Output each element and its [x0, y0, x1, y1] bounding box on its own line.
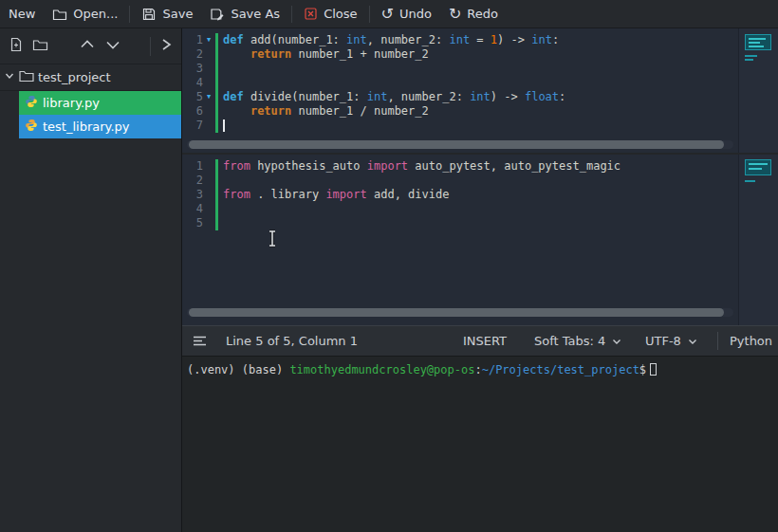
cursor-position[interactable]: Line 5 of 5, Column 1 — [226, 326, 358, 356]
chevron-right-icon[interactable] — [159, 37, 173, 56]
code-line[interactable]: 4 — [182, 76, 738, 90]
statusbar-separator — [717, 332, 718, 350]
code-line[interactable]: 1▼def add(number_1: int, number_2: int =… — [182, 33, 738, 47]
minimap-mark — [745, 180, 755, 182]
redo-icon: ↻ — [449, 7, 461, 22]
working-directory: ~/Projects/test_project — [482, 363, 639, 376]
save-button[interactable]: Save — [133, 0, 201, 28]
main-toolbar: New Open... Save Save As Close — [0, 0, 778, 28]
fold-column — [203, 216, 214, 230]
code-line[interactable]: 2 — [182, 174, 738, 188]
line-number: 4 — [182, 76, 203, 90]
fold-marker-icon[interactable]: ▼ — [203, 90, 214, 104]
code-line[interactable]: 6 return number_1 / number_2 — [182, 104, 738, 119]
new-button[interactable]: New — [0, 0, 44, 28]
code-text — [218, 119, 223, 133]
open-folder-icon — [52, 7, 67, 22]
minimap-bottom[interactable] — [738, 155, 778, 325]
code-text — [218, 202, 223, 216]
chevron-up-icon[interactable] — [79, 37, 96, 56]
fold-column — [203, 104, 214, 119]
fold-column — [203, 188, 214, 202]
undo-icon: ↺ — [381, 7, 394, 22]
undo-button[interactable]: ↺ Undo — [373, 0, 440, 28]
minimap-mark — [745, 55, 757, 57]
line-number: 1 — [182, 33, 203, 47]
save-as-button-label: Save As — [231, 7, 280, 21]
new-folder-icon[interactable] — [32, 37, 48, 56]
code-text — [218, 76, 223, 90]
new-file-icon[interactable] — [9, 37, 24, 56]
line-number: 3 — [182, 188, 203, 202]
save-as-button[interactable]: Save As — [201, 0, 288, 28]
terminal-prompt: (.venv) (base) timothyedmundcrosley@pop-… — [182, 357, 778, 376]
code-line[interactable]: 5▼def divide(number_1: int, number_2: in… — [182, 90, 738, 104]
close-button[interactable]: Close — [295, 0, 365, 28]
line-number: 1 — [182, 159, 203, 174]
line-number: 5 — [182, 216, 203, 230]
python-file-icon — [25, 95, 38, 111]
terminal-panel[interactable]: (.venv) (base) timothyedmundcrosley@pop-… — [182, 356, 778, 532]
text-caret — [223, 119, 225, 132]
line-number: 2 — [182, 174, 203, 188]
fold-column — [203, 119, 214, 133]
encoding-selector[interactable]: UTF-8 — [645, 326, 697, 356]
editor-pane-library[interactable]: 1▼def add(number_1: int, number_2: int =… — [182, 28, 778, 153]
fold-marker-icon[interactable]: ▼ — [203, 33, 214, 47]
language-selector[interactable]: Python — [730, 326, 772, 356]
expand-chevron-icon[interactable] — [4, 70, 15, 84]
save-icon — [141, 7, 157, 22]
redo-button-label: Redo — [467, 7, 498, 21]
code-line[interactable]: 3from . library import add, divide — [182, 188, 738, 202]
folder-icon — [19, 69, 34, 85]
code-line[interactable]: 5 — [182, 216, 738, 230]
code-line[interactable]: 2 return number_1 + number_2 — [182, 47, 738, 62]
line-number: 4 — [182, 202, 203, 216]
fold-column — [203, 62, 214, 76]
code-text — [218, 174, 223, 188]
lines-icon[interactable] — [193, 326, 207, 356]
code-text — [218, 62, 223, 76]
prompt-symbol: $ — [639, 363, 646, 376]
chevron-down-icon — [612, 334, 621, 348]
input-mode[interactable]: INSERT — [463, 326, 507, 356]
minimap-top[interactable] — [738, 28, 778, 153]
kate-editor-window: New Open... Save Save As Close — [0, 0, 778, 532]
close-document-icon — [304, 7, 318, 21]
undo-button-label: Undo — [399, 7, 432, 21]
file-label: test_library.py — [43, 119, 130, 134]
status-bar: Line 5 of 5, Column 1 INSERT Soft Tabs: … — [182, 325, 778, 356]
code-text — [218, 216, 223, 230]
fold-column — [203, 76, 214, 90]
user-host: timothyedmundcrosley@pop-os — [289, 363, 474, 376]
code-line[interactable]: 1from hypothesis_auto import auto_pytest… — [182, 159, 738, 174]
open-button[interactable]: Open... — [44, 0, 126, 28]
scrollbar-thumb[interactable] — [189, 308, 724, 317]
project-label: test_project — [38, 70, 111, 84]
code-lines-bottom: 1from hypothesis_auto import auto_pytest… — [182, 159, 738, 230]
chevron-down-icon — [688, 334, 697, 348]
close-button-label: Close — [324, 7, 357, 21]
soft-tabs-selector[interactable]: Soft Tabs: 4 — [534, 326, 621, 356]
horizontal-scrollbar-top[interactable] — [187, 140, 733, 149]
code-line[interactable]: 7 — [182, 119, 738, 133]
redo-button[interactable]: ↻ Redo — [440, 0, 507, 28]
fold-column — [203, 159, 214, 174]
project-sidebar: test_project library.py test_library.py — [0, 28, 182, 532]
tree-item-test-project[interactable]: test_project — [0, 64, 181, 91]
tree-item-library-py[interactable]: library.py — [19, 91, 181, 115]
toolbar-separator — [129, 6, 130, 23]
prompt-colon: : — [474, 363, 481, 376]
file-label: library.py — [43, 96, 100, 110]
tree-item-test-library-py[interactable]: test_library.py — [19, 115, 181, 138]
scrollbar-thumb[interactable] — [189, 140, 724, 149]
chevron-down-icon[interactable] — [104, 37, 121, 56]
horizontal-scrollbar-bottom[interactable] — [187, 308, 733, 317]
fold-column — [203, 47, 214, 62]
code-line[interactable]: 3 — [182, 62, 738, 76]
sidebar-toolbar-separator — [150, 37, 151, 56]
code-line[interactable]: 4 — [182, 202, 738, 216]
line-number: 2 — [182, 47, 203, 62]
toolbar-separator — [291, 6, 292, 23]
toolbar-separator — [369, 6, 370, 23]
